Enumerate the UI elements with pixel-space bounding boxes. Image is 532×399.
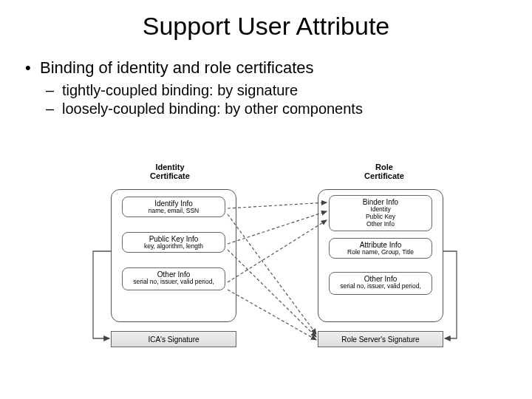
bullet-list: Binding of identity and role certificate… bbox=[0, 47, 532, 117]
identity-cert-label-line1: Identity bbox=[155, 163, 184, 171]
page-title: Support User Attribute bbox=[0, 0, 532, 47]
identity-cert-label: Identity Certificate bbox=[126, 163, 214, 180]
identify-info-sub: name, email, SSN bbox=[126, 208, 222, 214]
bullet-sub-1: tightly-coupled binding: by signature bbox=[62, 82, 510, 99]
svg-line-3 bbox=[228, 214, 316, 334]
identify-info-box: Identify Info name, email, SSN bbox=[122, 197, 225, 217]
bullet-sub-2: loosely-coupled binding: by other compon… bbox=[62, 100, 510, 117]
svg-line-5 bbox=[228, 290, 316, 340]
role-cert-label-line1: Role bbox=[375, 163, 393, 171]
other-info-left-box: Other Info serial no, issuer, valid peri… bbox=[122, 267, 225, 290]
attribute-info-sub: Role name, Group, Title bbox=[332, 249, 429, 256]
role-server-signature-box: Role Server's Signature bbox=[318, 331, 443, 347]
ica-signature-box: ICA's Signature bbox=[111, 331, 236, 347]
certificate-diagram: Identity Certificate Role Certificate Id… bbox=[89, 163, 458, 384]
svg-line-4 bbox=[228, 250, 316, 337]
pubkey-info-sub: key, algorithm, length bbox=[126, 243, 222, 250]
pubkey-info-box: Public Key Info key, algorithm, length bbox=[122, 232, 225, 253]
binder-info-sub: IdentityPublic KeyOther Info bbox=[332, 206, 429, 228]
bullet-main: Binding of identity and role certificate… bbox=[40, 58, 510, 78]
role-cert-label-line2: Certificate bbox=[364, 171, 404, 180]
other-info-left-sub: serial no, issuer, valid period, bbox=[126, 279, 222, 285]
other-info-right-box: Other Info serial no, issuer, valid peri… bbox=[329, 272, 432, 295]
binder-info-box: Binder Info IdentityPublic KeyOther Info bbox=[329, 195, 432, 231]
svg-line-1 bbox=[228, 211, 327, 244]
svg-line-0 bbox=[228, 202, 327, 208]
svg-line-2 bbox=[228, 220, 327, 282]
other-info-right-sub: serial no, issuer, valid period, bbox=[332, 283, 429, 290]
identity-cert-label-line2: Certificate bbox=[150, 171, 190, 180]
attribute-info-box: Attribute Info Role name, Group, Title bbox=[329, 238, 432, 259]
role-cert-label: Role Certificate bbox=[340, 163, 429, 180]
